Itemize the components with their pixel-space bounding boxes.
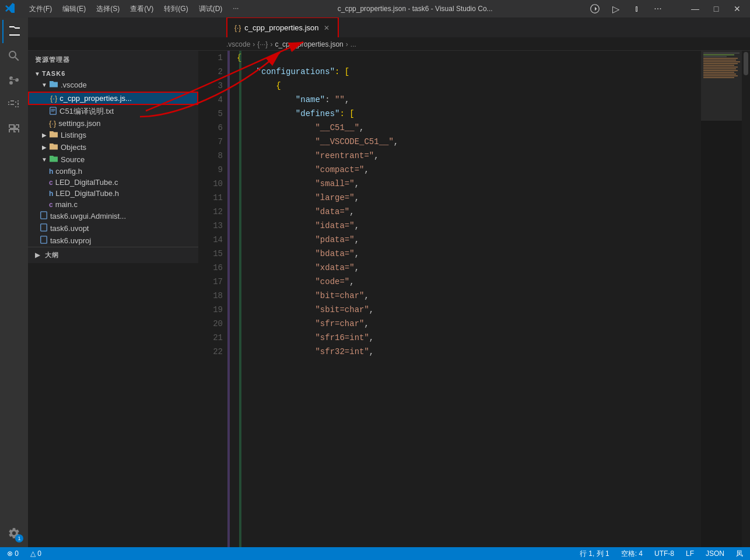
status-language[interactable]: JSON (703, 550, 727, 558)
status-line-ending[interactable]: LF (684, 550, 696, 558)
tree-label-listings: Listings (61, 131, 86, 139)
status-left: ⊗ 0 △ 0 (5, 550, 44, 558)
tree-label-config-h: config.h (55, 167, 82, 176)
status-feedback[interactable]: 凤 (734, 549, 745, 559)
sidebar-wrapper: 资源管理器 ▼ TASK6 ▼ .vscode (28, 51, 198, 547)
code-area[interactable]: { "configurations": [ { "name": "", "def… (227, 51, 701, 547)
tree-item-main-c[interactable]: c main.c (28, 199, 198, 210)
tree-label-task6: TASK6 (42, 70, 65, 77)
tree-item-led-c[interactable]: c LED_DigitalTube.c (28, 177, 198, 188)
activity-debug[interactable] (2, 93, 26, 117)
tree-label-c51-txt: C51编译说明.txt (59, 106, 114, 117)
tree-item-led-h[interactable]: h LED_DigitalTube.h (28, 188, 198, 199)
tree-arrow-objects: ▶ (40, 144, 49, 150)
tree-item-c51-txt[interactable]: C51编译说明.txt (28, 105, 198, 118)
line-number: 17 (198, 275, 223, 289)
menu-debug[interactable]: 调试(D) (194, 3, 227, 15)
minimap (701, 51, 742, 547)
file-icon-uvproj (40, 236, 48, 246)
sidebar: 资源管理器 ▼ TASK6 ▼ .vscode (28, 51, 198, 263)
title-bar-left: 文件(F) 编辑(E) 选择(S) 查看(V) 转到(G) 调试(D) ··· (5, 2, 243, 16)
remote-button[interactable] (587, 3, 603, 15)
tree-item-vscode[interactable]: ▼ .vscode (28, 78, 198, 92)
code-line: "sfr=char", (237, 317, 701, 331)
menu-file[interactable]: 文件(F) (24, 3, 57, 15)
activity-search[interactable] (2, 44, 26, 68)
breadcrumb-symbol[interactable]: ... (351, 40, 356, 48)
split-button[interactable]: ⫾ (629, 3, 645, 15)
code-line: { (237, 51, 701, 65)
code-line: "code=", (237, 275, 701, 289)
code-line: "reentrant=", (237, 149, 701, 163)
line-number: 5 (198, 107, 223, 121)
status-spaces[interactable]: 空格: 4 (619, 549, 645, 559)
menu-more[interactable]: ··· (228, 3, 243, 15)
tree-item-listings[interactable]: ▶ Listings (28, 129, 198, 141)
line-number: 15 (198, 247, 223, 261)
tree-item-settings-json[interactable]: {·} settings.json (28, 118, 198, 129)
tree-item-config-h[interactable]: h config.h (28, 166, 198, 177)
json-icon-c-cpp: {·} (50, 94, 57, 103)
tree-root-task6[interactable]: ▼ TASK6 (28, 69, 198, 78)
file-icon-uvopt (40, 223, 48, 233)
breadcrumb-filename[interactable]: c_cpp_properties.json (275, 40, 343, 48)
outline-section[interactable]: ▶ 大纲 (28, 247, 198, 263)
tree-label-uvproj: task6.uvproj (50, 236, 91, 245)
status-position[interactable]: 行 1, 列 1 (577, 549, 612, 559)
scrollbar[interactable] (742, 51, 750, 547)
close-button[interactable]: ✕ (729, 3, 745, 15)
breadcrumb-sep2: › (270, 40, 272, 48)
txt-icon (49, 107, 57, 117)
tree-item-source[interactable]: ▼ Source (28, 153, 198, 166)
editor-content: 12345678910111213141516171819202122 { "c… (198, 51, 750, 547)
tree-item-uvgui[interactable]: task6.uvgui.Administ... (28, 210, 198, 222)
minimize-button[interactable]: — (687, 3, 703, 15)
maximize-button[interactable]: □ (708, 3, 724, 15)
breadcrumb-vscode[interactable]: .vscode (226, 40, 250, 48)
line-number: 13 (198, 219, 223, 233)
folder-icon-vscode (49, 79, 58, 90)
main-area: 资源管理器 ▼ TASK6 ▼ .vscode (28, 51, 750, 547)
menu-goto[interactable]: 转到(G) (159, 3, 192, 15)
activity-settings[interactable]: 1 (2, 522, 26, 545)
tree-arrow-task6: ▼ (33, 71, 42, 77)
status-warnings[interactable]: △ 0 (28, 550, 44, 558)
menu-view[interactable]: 查看(V) (125, 3, 158, 15)
json-icon-settings: {·} (49, 119, 56, 128)
activity-scm[interactable] (2, 69, 26, 92)
line-number: 10 (198, 177, 223, 191)
activity-explorer[interactable] (2, 20, 26, 43)
menu-edit[interactable]: 编辑(E) (58, 3, 90, 15)
tree-arrow-listings: ▶ (40, 132, 49, 138)
tree-item-uvproj[interactable]: task6.uvproj (28, 235, 198, 247)
tree-item-c-cpp-props[interactable]: {·} c_cpp_properties.js... (28, 92, 198, 105)
tree-item-uvopt[interactable]: task6.uvopt (28, 222, 198, 235)
folder-icon-source (49, 155, 58, 164)
code-line: "small=", (237, 177, 701, 191)
tree-label-uvopt: task6.uvopt (50, 224, 89, 233)
line-number: 16 (198, 261, 223, 275)
line-number: 14 (198, 233, 223, 247)
line-number: 7 (198, 135, 223, 149)
svg-rect-0 (50, 107, 57, 114)
code-line: "data=", (237, 205, 701, 219)
more-button[interactable]: ··· (650, 3, 666, 15)
sidebar-title: 资源管理器 (28, 51, 198, 69)
run-button[interactable]: ▷ (608, 3, 624, 15)
tree-label-c-cpp-props: c_cpp_properties.js... (59, 94, 132, 103)
line-number: 11 (198, 191, 223, 205)
line-number: 12 (198, 205, 223, 219)
status-errors[interactable]: ⊗ 0 (5, 550, 21, 558)
activity-extensions[interactable] (2, 118, 26, 141)
tab-close-button[interactable]: ✕ (323, 23, 331, 33)
breadcrumb-sep1: › (253, 40, 255, 48)
status-encoding[interactable]: UTF-8 (652, 550, 677, 558)
code-line: "sbit=char", (237, 303, 701, 317)
tab-c-cpp-properties[interactable]: {·} c_cpp_properties.json ✕ (226, 18, 339, 37)
h-icon-led: h (49, 190, 53, 198)
tree-item-objects[interactable]: ▶ Objects (28, 141, 198, 153)
outline-arrow: ▶ (35, 251, 40, 258)
tree-label-source: Source (61, 155, 85, 164)
menu-select[interactable]: 选择(S) (92, 3, 124, 15)
title-bar: 文件(F) 编辑(E) 选择(S) 查看(V) 转到(G) 调试(D) ··· … (0, 0, 750, 18)
